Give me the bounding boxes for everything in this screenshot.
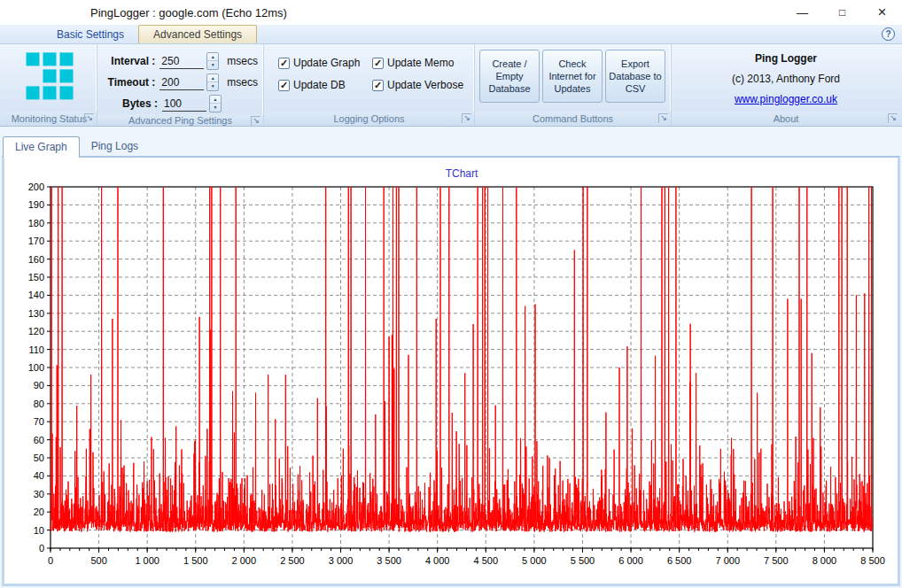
group-label-logging-options: Logging Options bbox=[333, 113, 404, 124]
svg-text:80: 80 bbox=[34, 398, 44, 409]
svg-text:30: 30 bbox=[34, 489, 44, 499]
svg-text:120: 120 bbox=[28, 326, 44, 337]
svg-text:3 000: 3 000 bbox=[329, 555, 354, 566]
spin-up-icon[interactable]: ▲ bbox=[210, 96, 221, 104]
svg-text:8 500: 8 500 bbox=[860, 555, 885, 566]
svg-text:90: 90 bbox=[34, 380, 44, 391]
export-database-csv-button[interactable]: Export Database to CSV bbox=[605, 50, 665, 103]
svg-text:4 500: 4 500 bbox=[474, 555, 499, 566]
svg-text:7 500: 7 500 bbox=[764, 555, 789, 566]
help-icon[interactable]: ? bbox=[882, 27, 895, 41]
group-logging-options: ✓ Update Graph ✓ Update DB ✓ Update Memo… bbox=[264, 44, 475, 126]
ping-chart: TChart0102030405060708090100110120130140… bbox=[4, 163, 898, 579]
checkbox-label: Update Graph bbox=[293, 57, 360, 69]
spin-down-icon[interactable]: ▼ bbox=[210, 104, 221, 112]
checkbox-update-graph[interactable]: ✓ Update Graph bbox=[278, 57, 372, 69]
spin-down-icon[interactable]: ▼ bbox=[207, 61, 218, 69]
checkbox-label: Update Verbose bbox=[387, 79, 463, 91]
spin-up-icon[interactable]: ▲ bbox=[207, 74, 218, 82]
dialog-launcher-icon[interactable]: ↘ bbox=[888, 113, 898, 123]
ribbon: Monitoring Status↘ Interval : ▲▼ msecs T… bbox=[0, 44, 902, 127]
maximize-button[interactable]: □ bbox=[822, 0, 862, 25]
svg-text:4 000: 4 000 bbox=[425, 555, 450, 566]
close-button[interactable]: × bbox=[862, 0, 902, 25]
bytes-spinner[interactable]: ▲▼ bbox=[209, 95, 222, 112]
tab-ping-logs[interactable]: Ping Logs bbox=[80, 136, 150, 156]
svg-text:5 500: 5 500 bbox=[571, 555, 595, 566]
checkbox-icon[interactable]: ✓ bbox=[372, 80, 384, 91]
svg-text:130: 130 bbox=[28, 308, 44, 319]
svg-text:100: 100 bbox=[28, 362, 44, 373]
check-internet-updates-button[interactable]: Check Internet for Updates bbox=[542, 50, 603, 103]
svg-text:10: 10 bbox=[34, 525, 44, 536]
group-label-monitoring-status: Monitoring Status bbox=[12, 113, 88, 124]
svg-text:180: 180 bbox=[28, 218, 44, 228]
window-title: PingLogger : google.com (Echo 12ms) bbox=[0, 6, 287, 19]
interval-spinner[interactable]: ▲▼ bbox=[206, 52, 219, 70]
title-bar: PingLogger : google.com (Echo 12ms) — □ … bbox=[0, 0, 902, 25]
checkbox-icon[interactable]: ✓ bbox=[278, 58, 290, 69]
monitoring-status-indicator-icon bbox=[26, 52, 73, 99]
interval-unit: msecs bbox=[227, 55, 258, 67]
svg-text:190: 190 bbox=[28, 199, 44, 210]
svg-text:7 000: 7 000 bbox=[715, 555, 740, 566]
tab-advanced-settings[interactable]: Advanced Settings bbox=[138, 25, 257, 43]
bytes-label: Bytes : bbox=[99, 97, 158, 110]
svg-text:50: 50 bbox=[34, 453, 44, 463]
interval-input[interactable] bbox=[159, 54, 204, 69]
group-about: Ping Logger (c) 2013, Anthony Ford www.p… bbox=[672, 44, 900, 126]
interval-label: Interval : bbox=[99, 55, 155, 67]
svg-text:6 500: 6 500 bbox=[667, 555, 692, 566]
dialog-launcher-icon[interactable]: ↘ bbox=[84, 113, 94, 123]
svg-text:3 500: 3 500 bbox=[377, 555, 401, 566]
spin-down-icon[interactable]: ▼ bbox=[207, 82, 218, 90]
checkbox-icon[interactable]: ✓ bbox=[278, 80, 290, 91]
svg-text:500: 500 bbox=[90, 555, 106, 566]
about-app-name: Ping Logger bbox=[755, 52, 817, 65]
tab-basic-settings[interactable]: Basic Settings bbox=[43, 26, 138, 43]
svg-text:1 000: 1 000 bbox=[135, 555, 159, 566]
svg-text:70: 70 bbox=[34, 416, 44, 427]
window-controls: — □ × bbox=[782, 0, 902, 25]
minimize-button[interactable]: — bbox=[782, 0, 822, 25]
tab-live-graph[interactable]: Live Graph bbox=[3, 136, 80, 158]
create-empty-database-button[interactable]: Create / Empty Database bbox=[479, 50, 540, 103]
group-label-command-buttons: Command Buttons bbox=[533, 113, 613, 124]
group-command-buttons: Create / Empty Database Check Internet f… bbox=[475, 44, 672, 126]
checkbox-icon[interactable]: ✓ bbox=[372, 58, 384, 69]
svg-text:150: 150 bbox=[28, 272, 44, 282]
spin-up-icon[interactable]: ▲ bbox=[207, 53, 218, 61]
checkbox-label: Update DB bbox=[293, 79, 346, 91]
svg-text:8 000: 8 000 bbox=[813, 555, 837, 566]
svg-text:170: 170 bbox=[28, 236, 44, 246]
group-monitoring-status: Monitoring Status↘ bbox=[2, 44, 97, 126]
svg-text:140: 140 bbox=[28, 290, 44, 300]
maximize-icon: □ bbox=[839, 6, 845, 19]
svg-text:2 000: 2 000 bbox=[232, 555, 257, 566]
timeout-spinner[interactable]: ▲▼ bbox=[206, 74, 219, 91]
group-label-advanced-ping-settings: Advanced Ping Settings bbox=[128, 115, 232, 126]
pinglogger-window: PingLogger : google.com (Echo 12ms) — □ … bbox=[0, 0, 902, 588]
dialog-launcher-icon[interactable]: ↘ bbox=[462, 113, 471, 123]
checkbox-update-verbose[interactable]: ✓ Update Verbose bbox=[372, 79, 463, 91]
timeout-label: Timeout : bbox=[99, 76, 155, 89]
svg-text:110: 110 bbox=[28, 344, 44, 355]
ribbon-tab-strip: Basic Settings Advanced Settings ? bbox=[0, 25, 902, 44]
page-tab-bar: Live Graph Ping Logs bbox=[0, 135, 902, 156]
svg-text:0: 0 bbox=[48, 555, 53, 566]
checkbox-update-memo[interactable]: ✓ Update Memo bbox=[372, 57, 463, 69]
dialog-launcher-icon[interactable]: ↘ bbox=[251, 116, 260, 126]
timeout-input[interactable] bbox=[159, 75, 204, 90]
svg-text:1 500: 1 500 bbox=[183, 555, 208, 566]
svg-text:6 000: 6 000 bbox=[618, 555, 643, 566]
about-copyright: (c) 2013, Anthony Ford bbox=[732, 73, 840, 85]
timeout-unit: msecs bbox=[227, 76, 258, 89]
svg-text:5 000: 5 000 bbox=[522, 555, 547, 566]
svg-text:2 500: 2 500 bbox=[280, 555, 305, 566]
bytes-input[interactable] bbox=[162, 97, 206, 112]
dialog-launcher-icon[interactable]: ↘ bbox=[658, 113, 668, 123]
close-icon: × bbox=[878, 4, 887, 21]
pinglogger-website-link[interactable]: www.pinglogger.co.uk bbox=[735, 93, 837, 105]
checkbox-update-db[interactable]: ✓ Update DB bbox=[278, 79, 372, 91]
group-label-about: About bbox=[774, 113, 799, 124]
